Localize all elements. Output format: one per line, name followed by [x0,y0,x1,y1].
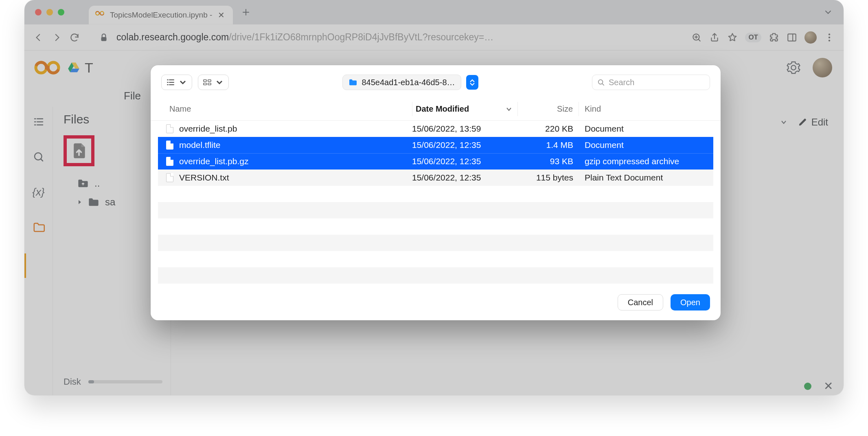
group-button[interactable] [198,75,229,90]
file-name: model.tflite [179,140,221,150]
dialog-toolbar: 845e4ad1-eb1a-46d5-8… Search [151,65,721,98]
search-placeholder: Search [609,78,634,87]
file-row[interactable]: model.tflite15/06/2022, 12:351.4 MBDocum… [158,137,713,153]
col-size[interactable]: Size [518,102,579,116]
file-kind: Plain Text Document [579,173,713,183]
folder-icon [349,79,357,86]
file-list-empty-rows [151,186,721,284]
file-icon [166,141,173,150]
file-kind: gzip compressed archive [579,156,713,166]
file-size: 115 bytes [518,173,579,183]
cancel-button[interactable]: Cancel [618,294,663,310]
chevron-down-icon [215,79,224,86]
chevron-down-icon [470,83,475,86]
svg-rect-15 [204,80,206,82]
file-name: override_list.pb.gz [179,156,248,166]
view-list-button[interactable] [161,75,192,90]
file-row[interactable]: override_list.pb15/06/2022, 13:59220 KBD… [158,121,713,137]
search-input[interactable]: Search [592,75,710,90]
svg-rect-18 [208,83,211,85]
file-modified: 15/06/2022, 13:59 [412,124,518,134]
file-size: 1.4 MB [518,140,579,150]
file-name: override_list.pb [179,124,237,134]
col-kind[interactable]: Kind [579,102,713,116]
dialog-actions: Cancel Open [151,284,721,314]
svg-rect-17 [204,83,206,85]
file-modified: 15/06/2022, 12:35 [412,140,518,150]
path-label: 845e4ad1-eb1a-46d5-8… [362,78,455,87]
file-kind: Document [579,124,713,134]
path-dropdown[interactable]: 845e4ad1-eb1a-46d5-8… [342,75,461,90]
file-name: VERSION.txt [179,173,229,183]
column-headers: Name Date Modified Size Kind [151,98,721,121]
svg-point-19 [598,80,603,84]
search-icon [597,79,605,86]
file-kind: Document [579,140,713,150]
file-modified: 15/06/2022, 12:35 [412,173,518,183]
file-size: 93 KB [518,156,579,166]
open-button[interactable]: Open [671,294,710,310]
file-icon [166,173,173,182]
file-modified: 15/06/2022, 12:35 [412,156,518,166]
chevron-down-icon [179,79,187,86]
file-icon [166,157,173,166]
col-name[interactable]: Name [166,102,412,116]
path-stepper[interactable] [466,75,478,90]
file-list: override_list.pb15/06/2022, 13:59220 KBD… [151,121,721,186]
file-row[interactable]: VERSION.txt15/06/2022, 12:35115 bytesPla… [158,170,713,186]
chevron-down-icon [506,106,512,112]
svg-rect-16 [208,80,211,82]
file-size: 220 KB [518,124,579,134]
file-open-dialog: 845e4ad1-eb1a-46d5-8… Search Name Date M… [151,65,721,320]
file-icon [166,124,173,133]
col-date-modified[interactable]: Date Modified [412,102,518,116]
chevron-up-icon [470,79,475,82]
file-row[interactable]: override_list.pb.gz15/06/2022, 12:3593 K… [158,153,713,170]
